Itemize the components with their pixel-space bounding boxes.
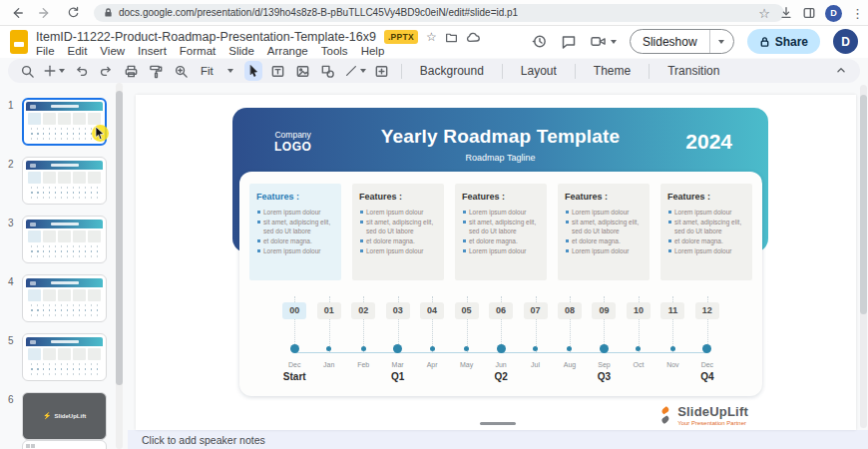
feature-card-1[interactable]: Features :Lorem ipsum doloursit amet, ad… [249,184,341,280]
timeline-item-11[interactable]: 11Nov [655,302,689,384]
insert-line-button[interactable] [344,64,366,78]
slide-thumbnail-4[interactable] [22,274,107,322]
speaker-notes-bar[interactable]: Click to add speaker notes [128,430,868,449]
menu-file[interactable]: File [36,45,55,57]
slide-content-panel[interactable]: Features :Lorem ipsum doloursit amet, ad… [239,172,762,396]
slideshow-button[interactable]: Slideshow [630,29,734,54]
menu-format[interactable]: Format [180,45,216,57]
feature-bullet: Lorem ipsum dolour [256,208,334,217]
feature-card-2[interactable]: Features :Lorem ipsum doloursit amet, ad… [352,184,444,280]
content-column: Company LOGO Yearly Roadmap Template Roa… [128,83,868,449]
feature-card-3[interactable]: Features :Lorem ipsum doloursit amet, ad… [455,184,547,280]
timeline-item-02[interactable]: 02Feb [346,302,380,384]
slides-logo-icon[interactable] [10,30,28,54]
print-icon[interactable] [122,61,140,81]
layout-button[interactable]: Layout [513,64,565,78]
zoom-fit-select[interactable]: Fit [197,65,237,77]
menu-arrange[interactable]: Arrange [267,45,308,57]
star-icon[interactable]: ☆ [426,31,437,43]
cloud-status-icon[interactable] [466,31,480,44]
feature-bullet: Lorem ipsum dolour [359,246,437,255]
slide-tagline[interactable]: Roadmap Tagline [232,153,768,163]
insert-image-icon[interactable] [294,61,312,81]
menu-slide[interactable]: Slide [228,45,254,57]
back-icon[interactable] [6,2,28,24]
mini-number-row [31,128,98,130]
timeline-item-08[interactable]: 08Aug [553,302,587,384]
timeline-item-06[interactable]: 06JunQ2 [484,302,518,384]
meet-caret-icon[interactable] [611,40,617,44]
zoom-fit-caret-icon[interactable] [227,69,233,73]
timeline-item-12[interactable]: 12DecQ4 [690,302,724,384]
insert-shape-icon[interactable] [319,61,337,81]
text-box-icon[interactable] [269,61,287,81]
timeline-item-10[interactable]: 10Oct [622,302,655,384]
reload-icon[interactable] [62,2,84,24]
menu-tools[interactable]: Tools [321,45,348,57]
download-icon[interactable] [779,6,793,20]
timeline-dot-slot [393,343,402,353]
version-history-icon[interactable] [531,33,548,50]
transition-button[interactable]: Transition [659,64,727,78]
slideshow-caret[interactable] [709,29,733,54]
forward-icon[interactable] [34,2,56,24]
slide-thumbnail-3[interactable] [22,216,107,263]
slide-thumbnail-6[interactable]: ⚡SlideUpLift [22,392,107,440]
filmstrip-scrollbar-thumb[interactable] [116,91,123,385]
mini-card [88,230,101,242]
zoom-icon[interactable] [172,61,190,81]
insert-placeholder-icon[interactable] [373,61,391,81]
address-bar[interactable]: docs.google.com/presentation/d/139ho4s8z… [94,4,784,22]
screen: docs.google.com/presentation/d/139ho4s8z… [0,0,868,449]
undo-icon[interactable] [72,61,90,81]
mini-timeline-row [31,309,98,311]
redo-icon[interactable] [97,61,115,81]
slideshow-label[interactable]: Slideshow [631,35,709,49]
timeline-item-03[interactable]: 03MarQ1 [380,302,414,384]
new-slide-button[interactable] [43,64,65,78]
timeline-item-01[interactable]: 01Jan [311,302,345,384]
mini-slide-header [26,102,103,111]
timeline-item-09[interactable]: 09SepQ3 [587,302,621,384]
timeline-dot-slot [430,343,435,353]
slide-page[interactable]: Company LOGO Yearly Roadmap Template Roa… [136,95,856,430]
menu-view[interactable]: View [100,45,125,57]
collapse-toolbar-icon[interactable] [834,63,848,77]
menu-edit[interactable]: Edit [68,45,88,57]
search-menus-icon[interactable] [18,61,36,81]
background-button[interactable]: Background [412,64,492,78]
paint-format-icon[interactable] [147,61,165,81]
account-avatar[interactable]: D [833,29,858,54]
menu-help[interactable]: Help [361,45,385,57]
timeline-item-00[interactable]: 00DecStart [277,302,311,384]
document-title[interactable]: ItemID-11222-Product-Roadmap-Presentatio… [36,30,376,44]
insert-line-caret-icon[interactable] [360,69,366,73]
timeline-item-07[interactable]: 07Jul [518,302,552,384]
feature-card-5[interactable]: Features :Lorem ipsum doloursit amet, ad… [660,184,752,280]
new-slide-caret-icon[interactable] [59,69,65,73]
canvas-scrollbar-thumb[interactable] [860,95,867,314]
browser-avatar[interactable]: D [825,5,842,22]
timeline-month: Aug [564,361,576,368]
slide-canvas[interactable]: Company LOGO Yearly Roadmap Template Roa… [128,83,868,430]
slide-year[interactable]: 2024 [685,130,732,154]
timeline-item-04[interactable]: 04Apr [415,302,449,384]
move-folder-icon[interactable] [445,31,458,44]
timeline-item-05[interactable]: 05May [449,302,483,384]
meet-button[interactable] [590,34,617,49]
theme-button[interactable]: Theme [586,64,639,78]
main-area: 123456⚡SlideUpLift Company LOGO Yearly R… [0,83,868,449]
slide-thumbnail-partial[interactable] [22,440,107,449]
select-tool-icon[interactable] [244,61,262,81]
browser-menu-icon[interactable]: ⋮ [851,7,864,20]
comment-icon[interactable] [561,34,577,50]
slide-thumbnail-2[interactable] [22,157,107,205]
side-panel-icon[interactable] [802,6,816,20]
share-button[interactable]: Share [747,29,820,54]
feature-card-4[interactable]: Features :Lorem ipsum doloursit amet, ad… [558,184,650,280]
menu-insert[interactable]: Insert [138,45,167,57]
notes-resize-handle[interactable] [480,422,516,425]
bookmark-star-icon[interactable]: ☆ [758,7,770,20]
slide-thumbnail-5[interactable] [22,333,107,381]
feature-bullets: Lorem ipsum doloursit amet, adipiscing e… [256,208,334,255]
